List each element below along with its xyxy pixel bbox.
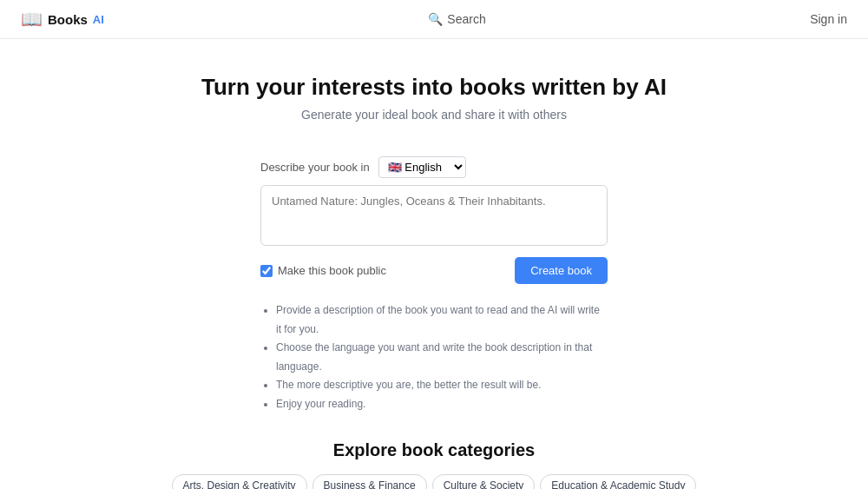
language-select[interactable]: 🇬🇧 English 🇩🇪 German 🇫🇷 French 🇪🇸 Spanis…: [378, 156, 466, 178]
signin-button[interactable]: Sign in: [810, 12, 847, 26]
hero-subtitle: Generate your ideal book and share it wi…: [17, 108, 851, 122]
book-form: Describe your book in 🇬🇧 English 🇩🇪 Germ…: [243, 156, 625, 284]
form-footer: Make this book public Create book: [260, 257, 608, 284]
public-label: Make this book public: [278, 264, 386, 277]
category-tags: Arts, Design & CreativityBusiness & Fina…: [130, 474, 738, 489]
search-icon: 🔍: [428, 12, 443, 26]
book-description-input[interactable]: [260, 185, 608, 246]
form-label: Describe your book in 🇬🇧 English 🇩🇪 Germ…: [260, 156, 608, 178]
instruction-item: The more descriptive you are, the better…: [276, 376, 608, 395]
logo-icon: 📖: [21, 9, 43, 30]
category-tag[interactable]: Culture & Society: [432, 474, 536, 489]
category-tag[interactable]: Education & Academic Study: [540, 474, 696, 489]
public-checkbox[interactable]: [260, 265, 273, 277]
book-description-wrap: [260, 185, 608, 248]
category-tag[interactable]: Arts, Design & Creativity: [172, 474, 307, 489]
public-checkbox-label[interactable]: Make this book public: [260, 264, 386, 277]
instruction-list: Provide a description of the book you wa…: [260, 301, 608, 414]
instruction-item: Enjoy your reading.: [276, 395, 608, 414]
instruction-item: Choose the language you want and write t…: [276, 339, 608, 376]
hero-section: Turn your interests into books written b…: [0, 39, 868, 139]
navigation: 📖 Books AI 🔍 Search Sign in: [0, 0, 868, 39]
categories-title: Explore book categories: [17, 440, 851, 460]
logo-ai: AI: [93, 13, 104, 26]
hero-title: Turn your interests into books written b…: [17, 74, 851, 101]
category-tag[interactable]: Business & Finance: [312, 474, 427, 489]
categories-section: Explore book categories Arts, Design & C…: [0, 414, 868, 489]
instruction-item: Provide a description of the book you wa…: [276, 301, 608, 339]
logo[interactable]: 📖 Books AI: [21, 9, 104, 30]
create-book-button[interactable]: Create book: [515, 257, 608, 284]
search-button[interactable]: 🔍 Search: [428, 12, 485, 26]
search-label: Search: [447, 12, 485, 26]
logo-books: Books: [48, 12, 88, 27]
instructions: Provide a description of the book you wa…: [243, 301, 625, 414]
